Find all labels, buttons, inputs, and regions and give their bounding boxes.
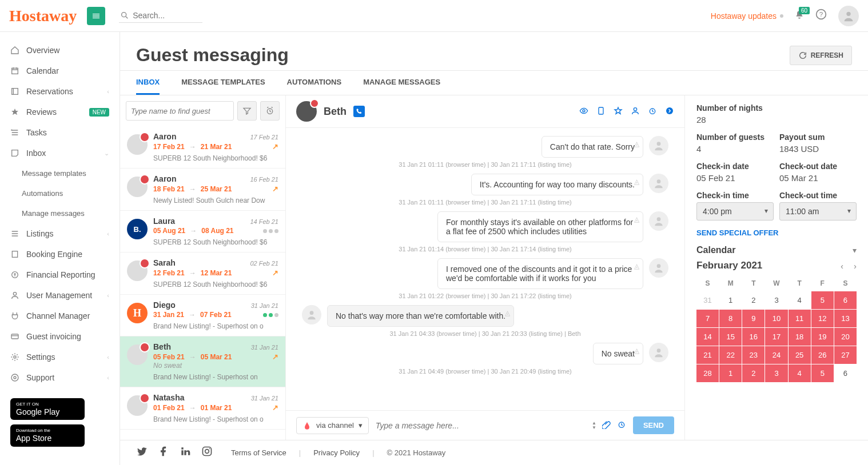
conversation-item[interactable]: B.Laura14 Feb 2105 Aug 21→08 Aug 21SUPER… bbox=[120, 211, 285, 252]
cal-day[interactable]: 1 bbox=[719, 364, 742, 382]
cal-day[interactable]: 3 bbox=[765, 291, 787, 309]
cal-day[interactable]: 16 bbox=[742, 328, 765, 346]
visibility-button[interactable] bbox=[579, 106, 588, 117]
cal-day[interactable]: 24 bbox=[765, 346, 787, 364]
sidebar-item-user-management[interactable]: User Management‹ bbox=[0, 285, 120, 306]
reminder-button[interactable] bbox=[648, 106, 657, 117]
share-icon[interactable]: ↗ bbox=[272, 142, 278, 151]
cal-day[interactable]: 12 bbox=[811, 310, 834, 327]
privacy-link[interactable]: Privacy Policy bbox=[313, 448, 360, 457]
filter-button[interactable] bbox=[237, 101, 257, 121]
tos-link[interactable]: Terms of Service bbox=[231, 448, 286, 457]
share-icon[interactable]: ↗ bbox=[272, 403, 278, 412]
cal-day[interactable]: 15 bbox=[719, 328, 742, 346]
conversation-item[interactable]: Aaron16 Feb 2118 Feb 21→25 Mar 21↗Newly … bbox=[120, 169, 285, 211]
send-button[interactable]: SEND bbox=[633, 416, 674, 434]
sidebar-item-tasks[interactable]: Tasks bbox=[0, 122, 120, 143]
tab-message-templates[interactable]: MESSAGE TEMPLATES bbox=[181, 71, 265, 95]
updates-link[interactable]: Hostaway updates bbox=[711, 11, 783, 21]
cal-day[interactable]: 21 bbox=[696, 346, 719, 364]
phone-button[interactable] bbox=[353, 106, 365, 117]
sidebar-item-financial-reporting[interactable]: Financial Reporting bbox=[0, 264, 120, 285]
checkout-time-select[interactable] bbox=[779, 202, 857, 221]
cal-prev[interactable]: ‹ bbox=[841, 261, 843, 271]
cal-day[interactable]: 3 bbox=[765, 364, 787, 382]
cal-day[interactable]: 26 bbox=[811, 346, 834, 364]
share-icon[interactable]: ↗ bbox=[272, 185, 278, 193]
cal-day[interactable]: 4 bbox=[789, 364, 811, 382]
guest-button[interactable] bbox=[631, 106, 640, 117]
logo[interactable]: Hostaway bbox=[9, 7, 77, 25]
guest-search-input[interactable] bbox=[126, 101, 234, 121]
share-icon[interactable]: ↗ bbox=[272, 352, 278, 361]
cal-day[interactable]: 25 bbox=[789, 346, 811, 364]
menu-toggle[interactable] bbox=[87, 7, 105, 25]
sidebar-item-reservations[interactable]: Reservations‹ bbox=[0, 81, 120, 102]
sidebar-item-message-templates[interactable]: Message templates bbox=[0, 163, 120, 183]
sidebar-item-listings[interactable]: Listings‹ bbox=[0, 223, 120, 244]
cal-day[interactable]: 19 bbox=[811, 328, 834, 346]
share-icon[interactable]: ↗ bbox=[272, 268, 278, 277]
sidebar-item-channel-manager[interactable]: Channel Manager bbox=[0, 306, 120, 326]
cal-day[interactable]: 6 bbox=[834, 364, 857, 382]
conversation-item[interactable]: HDiego31 Jan 2131 Jan 21→07 Feb 21Brand … bbox=[120, 295, 285, 336]
cal-day[interactable]: 10 bbox=[765, 310, 787, 327]
via-channel-select[interactable]: via channel ▾ bbox=[296, 417, 369, 434]
cal-next[interactable]: › bbox=[854, 261, 857, 271]
send-special-offer-link[interactable]: SEND SPECIAL OFFER bbox=[696, 229, 857, 237]
facebook-link[interactable] bbox=[158, 446, 169, 460]
cal-day[interactable]: 14 bbox=[696, 328, 719, 346]
sidebar-item-automations[interactable]: Automations bbox=[0, 183, 120, 203]
refresh-button[interactable]: REFRESH bbox=[790, 46, 852, 65]
cal-day[interactable]: 5 bbox=[811, 291, 834, 309]
user-avatar[interactable] bbox=[838, 6, 859, 26]
cal-day[interactable]: 6 bbox=[834, 291, 857, 309]
cal-day[interactable]: 11 bbox=[789, 310, 811, 327]
sidebar-item-support[interactable]: Support‹ bbox=[0, 367, 120, 388]
schedule-button[interactable] bbox=[617, 420, 626, 431]
sidebar-item-reviews[interactable]: ReviewsNEW bbox=[0, 102, 120, 122]
cal-day[interactable]: 27 bbox=[834, 346, 857, 364]
cal-day[interactable]: 23 bbox=[742, 346, 765, 364]
conversation-item[interactable]: Sarah02 Feb 2112 Feb 21→12 Mar 21↗SUPERB… bbox=[120, 252, 285, 295]
next-button[interactable] bbox=[665, 106, 674, 117]
tab-manage-messages[interactable]: MANAGE MESSAGES bbox=[363, 71, 440, 95]
app-store-badge[interactable]: Download on the App Store bbox=[10, 424, 85, 446]
cal-day[interactable]: 9 bbox=[742, 310, 765, 327]
sidebar-item-calendar[interactable]: Calendar bbox=[0, 61, 120, 81]
conversation-item[interactable]: Aaron17 Feb 2117 Feb 21→21 Mar 21↗SUPERB… bbox=[120, 126, 285, 169]
message-input[interactable] bbox=[376, 421, 585, 430]
conversation-item[interactable]: Beth31 Jan 2105 Feb 21→05 Mar 21↗No swea… bbox=[120, 336, 285, 387]
sidebar-item-overview[interactable]: Overview bbox=[0, 40, 120, 61]
cal-day[interactable]: 4 bbox=[789, 291, 811, 309]
cal-day[interactable]: 20 bbox=[834, 328, 857, 346]
linkedin-link[interactable] bbox=[180, 446, 191, 460]
cal-day[interactable]: 7 bbox=[696, 310, 719, 327]
cal-day[interactable]: 5 bbox=[811, 364, 834, 382]
twitter-link[interactable] bbox=[136, 446, 148, 460]
star-button[interactable] bbox=[614, 106, 623, 117]
sidebar-item-manage-messages[interactable]: Manage messages bbox=[0, 203, 120, 223]
search-input[interactable] bbox=[133, 11, 201, 20]
cal-day[interactable]: 22 bbox=[719, 346, 742, 364]
cal-day[interactable]: 8 bbox=[719, 310, 742, 327]
snooze-button[interactable] bbox=[260, 101, 280, 121]
cal-day[interactable]: 13 bbox=[834, 310, 857, 327]
sidebar-item-guest-invoicing[interactable]: Guest invoicing bbox=[0, 326, 120, 347]
checkin-time-select[interactable] bbox=[696, 202, 774, 221]
cal-day[interactable]: 2 bbox=[742, 291, 765, 309]
sidebar-item-inbox[interactable]: Inbox⌄ bbox=[0, 143, 120, 163]
conversation-item[interactable]: Natasha31 Jan 2101 Feb 21→01 Mar 21↗Bran… bbox=[120, 387, 285, 430]
notifications-button[interactable]: 60 bbox=[795, 10, 804, 21]
cal-day[interactable]: 2 bbox=[742, 364, 765, 382]
cal-day[interactable]: 28 bbox=[696, 364, 719, 382]
cal-day[interactable]: 17 bbox=[765, 328, 787, 346]
cal-day[interactable]: 1 bbox=[719, 291, 742, 309]
sidebar-item-booking-engine[interactable]: Booking Engine bbox=[0, 244, 120, 264]
calendar-collapse[interactable]: ▾ bbox=[853, 246, 857, 255]
sidebar-item-settings[interactable]: Settings‹ bbox=[0, 347, 120, 367]
global-search[interactable] bbox=[119, 9, 202, 23]
help-button[interactable]: ? bbox=[815, 9, 827, 23]
google-play-badge[interactable]: GET IT ON Google Play bbox=[10, 398, 85, 420]
attach-button[interactable] bbox=[602, 420, 611, 431]
